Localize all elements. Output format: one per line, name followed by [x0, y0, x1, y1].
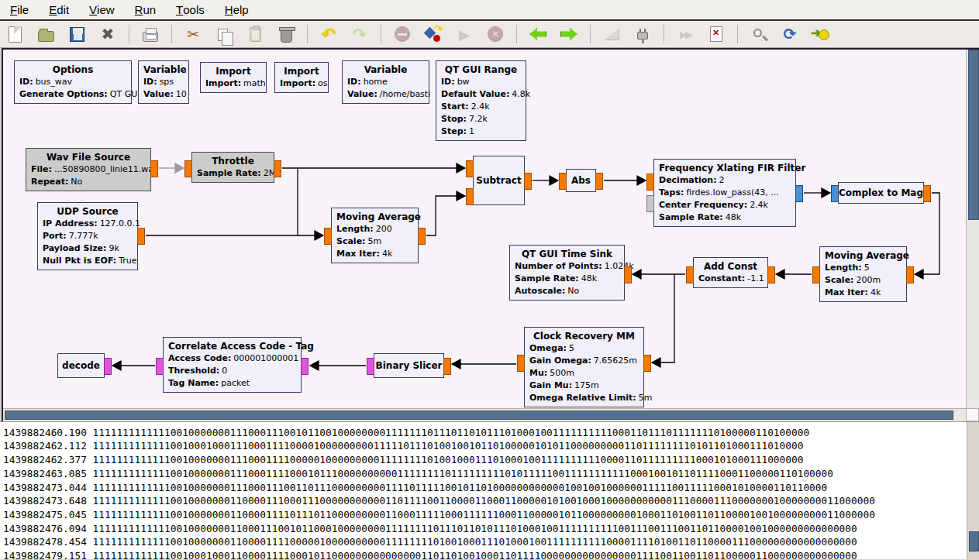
block-variable-home[interactable]: Variable ID:home Value:/home/basti	[342, 60, 429, 104]
block-udp-source[interactable]: UDP Source IP Address:127.0.0.1 Port:7.7…	[37, 202, 138, 270]
output-port[interactable]	[156, 358, 164, 375]
output-port[interactable]	[418, 228, 426, 245]
block-freq-xlating-fir-filter[interactable]: Frequency Xlating FIR Filter Decimation:…	[653, 159, 796, 227]
print-button[interactable]	[140, 24, 160, 44]
block-moving-average-1[interactable]: Moving Average Length:200 Scale:5m Max I…	[331, 208, 419, 263]
save-button[interactable]	[67, 24, 87, 44]
block-param: ID:home	[347, 76, 424, 88]
funnel-icon	[604, 28, 619, 40]
scrollbar-thumb[interactable]	[968, 50, 979, 220]
block-qt-gui-time-sink[interactable]: QT GUI Time Sink Number of Points:1.024k…	[509, 245, 625, 301]
message-port[interactable]	[646, 195, 654, 212]
undo-button[interactable]: ↶	[319, 24, 339, 44]
block-correlate-access-code[interactable]: Correlate Access Code - Tag Access Code:…	[163, 337, 302, 393]
output-port[interactable]	[367, 358, 374, 375]
input-port[interactable]	[646, 173, 654, 191]
block-decode[interactable]: decode	[57, 353, 105, 378]
console-line: 1439882476.094 1111111111111001000000011…	[3, 522, 965, 536]
delete-button[interactable]	[276, 24, 296, 44]
parser-errors-button[interactable]	[811, 24, 831, 44]
block-subtract[interactable]: Subtract	[473, 156, 525, 205]
output-port[interactable]	[595, 173, 603, 190]
fast-forward-button[interactable]: ▶▶	[675, 24, 695, 44]
output-port[interactable]	[795, 185, 803, 202]
close-button[interactable]: ✖	[98, 24, 118, 44]
block-param: Decimation:2	[659, 174, 791, 187]
output-port[interactable]	[137, 228, 145, 245]
input-port[interactable]	[767, 266, 775, 283]
input-port[interactable]	[624, 266, 632, 283]
block-complex-to-mag[interactable]: Complex to Mag	[838, 182, 924, 204]
canvas-vertical-scrollbar[interactable]	[966, 50, 979, 408]
input-port[interactable]	[184, 160, 192, 177]
errors-button[interactable]	[392, 24, 412, 44]
block-import-math[interactable]: Import Import:math	[200, 62, 267, 93]
paste-button[interactable]	[245, 24, 265, 44]
block-wav-file-source[interactable]: Wav File Source File:...50890800_linie11…	[26, 148, 151, 191]
input-port[interactable]	[559, 173, 567, 190]
scrollbar-thumb[interactable]	[5, 411, 953, 420]
console-scrollbar[interactable]	[967, 422, 979, 559]
block-binary-slicer[interactable]: Binary Slicer	[374, 353, 444, 378]
block-param: Value:10	[143, 88, 184, 101]
block-options[interactable]: Options ID:bus_wav Generate Options:QT G…	[14, 60, 132, 104]
menu-edit[interactable]: Edit	[39, 0, 79, 19]
connection-button[interactable]	[633, 24, 653, 44]
input-port[interactable]	[443, 358, 451, 375]
generate-button[interactable]: ↷	[423, 24, 443, 44]
block-abs[interactable]: Abs	[566, 169, 596, 192]
input-port[interactable]	[906, 266, 914, 283]
reload-button[interactable]: ⟳	[780, 24, 800, 44]
menu-file[interactable]: File	[0, 0, 39, 19]
menu-tools[interactable]: Tools	[166, 0, 215, 19]
open-button[interactable]	[36, 24, 56, 44]
block-qt-gui-range[interactable]: QT GUI Range ID:bw Default Value:4.8k St…	[436, 60, 526, 141]
block-param: Mu:500m	[529, 367, 639, 380]
block-param: ID:bus_wav	[19, 76, 126, 88]
input-port[interactable]	[104, 358, 112, 375]
input-port[interactable]	[831, 185, 839, 202]
copy-button[interactable]	[214, 24, 234, 44]
hide-disabled-button[interactable]	[602, 24, 622, 44]
block-throttle[interactable]: Throttle Sample Rate:2M	[191, 152, 274, 183]
block-moving-average-2[interactable]: Moving Average Length:5 Scale:200m Max I…	[819, 246, 907, 302]
kill-button[interactable]: ✕	[485, 24, 505, 44]
cut-button[interactable]: ✂	[183, 24, 203, 44]
redo-button[interactable]: ↷	[350, 24, 370, 44]
menu-view[interactable]: View	[79, 0, 125, 19]
output-port[interactable]	[274, 160, 281, 177]
input-port[interactable]	[466, 188, 474, 205]
output-port[interactable]	[150, 160, 158, 177]
find-button[interactable]	[749, 24, 769, 44]
new-button[interactable]	[5, 24, 25, 44]
menu-help[interactable]: Help	[215, 0, 259, 19]
open-folder-icon	[38, 31, 54, 42]
execute-button[interactable]: ▶	[454, 24, 474, 44]
block-title: QT GUI Time Sink	[515, 248, 619, 260]
input-port[interactable]	[643, 355, 651, 372]
input-port[interactable]	[466, 160, 474, 177]
block-add-const[interactable]: Add Const Constant:-1.1	[693, 257, 768, 288]
input-port[interactable]	[301, 358, 309, 375]
scrollbar-thumb[interactable]	[969, 531, 979, 551]
block-title: Wav File Source	[31, 151, 146, 163]
block-clock-recovery-mm[interactable]: Clock Recovery MM Omega:5 Gain Omega:7.6…	[524, 327, 644, 407]
canvas-horizontal-scrollbar[interactable]	[3, 408, 967, 421]
block-param: Gain Mu:175m	[529, 380, 639, 392]
menu-run[interactable]: Run	[125, 0, 167, 19]
flowgraph-errors-button[interactable]	[706, 24, 726, 44]
forward-button[interactable]	[559, 24, 579, 44]
block-import-os[interactable]: Import Import:os	[274, 62, 329, 93]
console-line: 1439882473.648 1111111111111001000000011…	[3, 494, 965, 508]
block-param: File:...50890800_linie11.wav	[31, 163, 146, 176]
output-port[interactable]	[517, 355, 525, 372]
block-title: QT GUI Range	[441, 64, 521, 76]
flowgraph-canvas[interactable]: Options ID:bus_wav Generate Options:QT G…	[3, 50, 967, 408]
input-port[interactable]	[324, 228, 332, 245]
output-port[interactable]	[812, 266, 820, 283]
block-variable-sps[interactable]: Variable ID:sps Value:10	[138, 60, 189, 104]
output-port[interactable]	[524, 173, 532, 190]
output-port[interactable]	[686, 266, 694, 283]
back-button[interactable]	[528, 24, 548, 44]
output-port[interactable]	[923, 185, 931, 202]
